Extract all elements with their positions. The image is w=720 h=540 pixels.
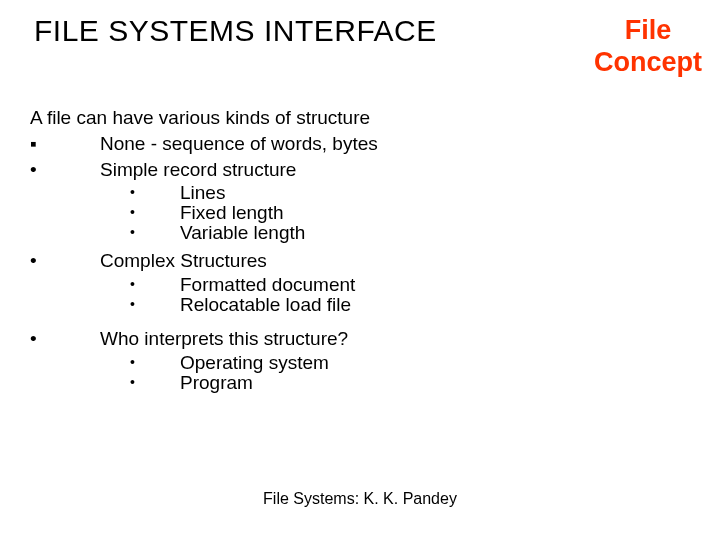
bullet-mark: • [30, 203, 180, 222]
sub-list-item: • Relocatable load file [30, 295, 690, 314]
bullet-mark: • [30, 249, 100, 273]
bullet-text: Variable length [180, 223, 305, 242]
intro-text: A file can have various kinds of structu… [30, 106, 690, 130]
bullet-mark: • [30, 373, 180, 392]
bullet-mark: • [30, 158, 100, 182]
sub-list-item: • Lines [30, 183, 690, 202]
sub-list-item: • Variable length [30, 223, 690, 242]
list-item: ▪ None - sequence of words, bytes [30, 132, 690, 156]
subtitle-line-1: File [625, 15, 672, 45]
bullet-text: Fixed length [180, 203, 284, 222]
bullet-text: Relocatable load file [180, 295, 351, 314]
bullet-mark: • [30, 295, 180, 314]
list-item: • Who interprets this structure? [30, 327, 690, 351]
list-item: • Complex Structures [30, 249, 690, 273]
slide-subtitle: File Concept [594, 14, 702, 79]
bullet-text: Simple record structure [100, 158, 296, 182]
bullet-text: Formatted document [180, 275, 355, 294]
list-item: • Simple record structure [30, 158, 690, 182]
slide-footer: File Systems: K. K. Pandey [0, 490, 720, 508]
slide-title: FILE SYSTEMS INTERFACE [34, 14, 437, 48]
sub-list-item: • Operating system [30, 353, 690, 372]
bullet-mark: • [30, 223, 180, 242]
bullet-text: Complex Structures [100, 249, 267, 273]
bullet-text: Lines [180, 183, 225, 202]
bullet-text: Operating system [180, 353, 329, 372]
bullet-mark: • [30, 275, 180, 294]
subtitle-line-2: Concept [594, 47, 702, 77]
sub-list-item: • Formatted document [30, 275, 690, 294]
bullet-text: Program [180, 373, 253, 392]
bullet-text: Who interprets this structure? [100, 327, 348, 351]
bullet-mark: • [30, 183, 180, 202]
slide: FILE SYSTEMS INTERFACE File Concept A fi… [0, 0, 720, 540]
bullet-mark: ▪ [30, 132, 100, 156]
sub-list-item: • Fixed length [30, 203, 690, 222]
slide-body: A file can have various kinds of structu… [30, 106, 690, 393]
bullet-text: None - sequence of words, bytes [100, 132, 378, 156]
bullet-mark: • [30, 327, 100, 351]
sub-list-item: • Program [30, 373, 690, 392]
bullet-mark: • [30, 353, 180, 372]
